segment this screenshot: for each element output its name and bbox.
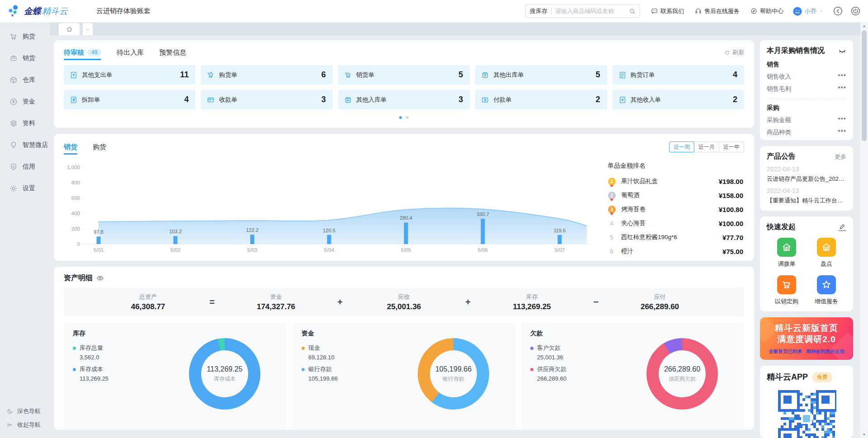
ranking-item-name: 烤海苔卷 — [621, 205, 713, 213]
survey-banner[interactable]: 精斗云新版首页 满意度调研2.0 全新首页已到来 期待收到您的反馈 — [760, 317, 853, 360]
monthly-row-value: *** — [838, 73, 846, 81]
todo-card[interactable]: 其他出库单5 — [475, 65, 607, 85]
todo-card[interactable]: 购货订单4 — [613, 65, 744, 85]
pagination-dot[interactable] — [406, 116, 409, 119]
sidebar-item-label: 智慧微店 — [23, 141, 48, 149]
trade-tab-sales[interactable]: 销货 — [64, 139, 77, 155]
sidebar-item-label: 购货 — [23, 33, 35, 41]
todo-card[interactable]: 拆卸单4 — [64, 90, 195, 109]
todo-card[interactable]: 购货单6 — [201, 65, 332, 85]
user-menu[interactable]: 小乔 — [793, 6, 824, 16]
legend-label: 库存总量 — [80, 344, 103, 352]
announcements-more-link[interactable]: 更多 — [835, 153, 846, 161]
eye-closed-icon[interactable] — [838, 47, 846, 55]
edit-icon[interactable] — [839, 223, 846, 231]
sidebar-item-settings[interactable]: 设置 — [0, 178, 50, 199]
todo-card[interactable]: 销货单5 — [338, 65, 470, 85]
sidebar-item-warehouse[interactable]: 仓库 — [0, 69, 50, 91]
ranking-item-name: 橙汁 — [621, 247, 717, 255]
inventory-search-box[interactable]: 搜库存 — [525, 4, 640, 18]
summary-value: 113,269.25 — [475, 302, 589, 311]
sidebar-item-micro-shop[interactable]: 智慧微店 — [0, 134, 50, 156]
pagination-dot[interactable] — [399, 116, 402, 119]
quick-action-transfer-order[interactable]: 调拨单 — [767, 238, 807, 268]
quick-action-stocktake[interactable]: 盘点 — [807, 238, 846, 268]
back-button[interactable] — [833, 6, 843, 16]
summary-value: 46,308.77 — [91, 302, 205, 311]
sidebar-item-label: 资金 — [23, 98, 35, 106]
ranking-row[interactable]: 2葡萄酒¥158.00 — [608, 188, 743, 202]
tab-pending-in-out[interactable]: 待出入库 — [117, 45, 144, 60]
scrollbar-thumb[interactable] — [862, 30, 867, 141]
range-button[interactable]: 近一周 — [669, 141, 694, 152]
ranking-title: 单品金额排名 — [608, 162, 743, 170]
range-button[interactable]: 近一月 — [694, 141, 719, 152]
legend-dot — [302, 368, 305, 371]
todo-card[interactable]: 收款单3 — [201, 90, 332, 109]
todo-card[interactable]: 付款单2 — [475, 90, 607, 109]
sidebar-item-data[interactable]: 资料 — [0, 113, 50, 134]
search-icon[interactable] — [629, 8, 636, 14]
sidebar-item-funds[interactable]: 资金 — [0, 91, 50, 113]
announcement-link[interactable]: 云进销存产品更新公告_20220... — [767, 175, 846, 183]
summary-operator: = — [205, 297, 219, 307]
ranking-row[interactable]: 4夹心海苔¥100.00 — [608, 217, 743, 230]
quick-action-purchase-by-sales[interactable]: 以销定购 — [767, 275, 807, 306]
svg-text:5/03: 5/03 — [247, 247, 257, 253]
header-link-help-center[interactable]: 帮助中心 — [750, 7, 783, 15]
eye-icon[interactable] — [96, 274, 104, 282]
todo-card-label: 其他出库单 — [493, 71, 524, 79]
ranking-row[interactable]: 1果汁饮品礼盒¥198.00 — [608, 174, 743, 188]
banner-line2: 满意度调研2.0 — [777, 334, 835, 345]
refresh-button[interactable]: 刷新 — [724, 48, 744, 57]
summary-operator: − — [589, 297, 603, 307]
header-link-contact-us[interactable]: 联系我们 — [651, 7, 684, 15]
sidebar-item-sales[interactable]: 销货 — [0, 47, 50, 69]
todo-card-count: 4 — [184, 95, 189, 104]
todo-card-count: 3 — [321, 95, 326, 104]
announcement-link[interactable]: 【重要通知】精斗云工作台域... — [767, 197, 846, 205]
home-tab[interactable] — [59, 23, 80, 35]
monthly-title: 本月采购销售情况 — [767, 46, 825, 56]
search-scope-label[interactable]: 搜库存 — [530, 7, 547, 15]
trade-tab-purchase[interactable]: 购货 — [93, 139, 106, 155]
refresh-label: 刷新 — [732, 48, 744, 57]
tab-list-dropdown[interactable] — [83, 23, 93, 35]
header-link-after-sales-service[interactable]: 售后在线服务 — [695, 7, 740, 15]
todo-card[interactable]: 其他入库单3 — [338, 90, 470, 109]
todo-card[interactable]: 其他收入单2 — [613, 90, 744, 109]
sidebar-item-credit[interactable]: 信用 — [0, 156, 50, 178]
scrollbar-up-arrow[interactable]: ▲ — [860, 22, 868, 29]
ranking-item-amount: ¥75.00 — [722, 248, 743, 255]
summary-operator: + — [333, 297, 347, 307]
scrollbar-down-arrow[interactable]: ▼ — [860, 431, 868, 438]
sidebar-footer-collapse-nav[interactable]: 收起导航 — [0, 418, 50, 432]
brand-logo[interactable]: 金蝶精斗云 — [7, 5, 82, 18]
ranking-item-name: 夹心海苔 — [621, 219, 713, 227]
user-name: 小乔 — [805, 7, 816, 15]
sidebar-footer-label: 收起导航 — [17, 421, 41, 429]
sidebar-footer-label: 深色导航 — [17, 407, 41, 415]
tab-alerts[interactable]: 预警信息 — [159, 45, 186, 60]
todo-card[interactable]: 其他支出单11 — [64, 65, 195, 85]
tab-pending-approval[interactable]: 待审核49 — [64, 45, 101, 60]
ranking-row[interactable]: 5西红柿意粉酱190g*6¥77.70 — [608, 231, 743, 244]
trade-chart-panel: 销货购货近一周近一月近一年 02004006008001,00097.8103.… — [54, 134, 754, 261]
search-input[interactable] — [555, 8, 629, 14]
sidebar-footer-dark-nav[interactable]: 深色导航 — [0, 405, 50, 418]
todo-card-count: 2 — [596, 95, 600, 104]
banner-line1: 精斗云新版首页 — [775, 322, 838, 334]
back-icon — [833, 6, 843, 16]
range-button[interactable]: 近一年 — [719, 141, 744, 152]
yen-circle-icon — [9, 98, 18, 106]
quick-launch-title: 快速发起 — [767, 222, 796, 232]
ranking-row[interactable]: 3烤海苔卷¥100.80 — [608, 203, 743, 216]
ranking-row[interactable]: 6橙汁¥75.00 — [608, 245, 743, 258]
window-tab-strip — [50, 22, 868, 35]
monthly-section-heading: 采购 — [767, 104, 846, 112]
sidebar-item-purchase[interactable]: 购货 — [0, 26, 50, 47]
legend-dot — [302, 347, 305, 350]
logout-button[interactable] — [850, 6, 861, 16]
assets-summary-bar: 总资产46,308.77=资金174,327.76+应收25,001.36+库存… — [64, 287, 744, 316]
quick-action-value-added-service[interactable]: 增值服务 — [807, 275, 846, 306]
